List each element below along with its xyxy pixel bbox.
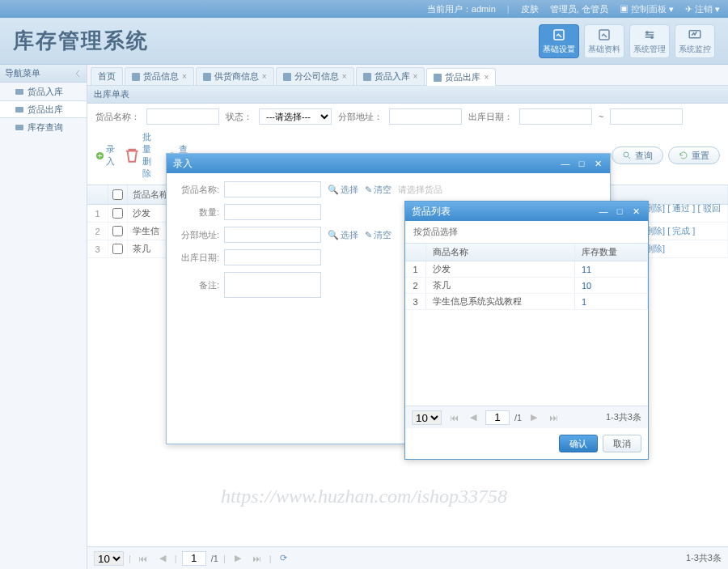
row-ops[interactable]: [删除] [ 通过 ] [ 驳回 ] (642, 202, 722, 224)
entry-addr-input[interactable] (224, 227, 321, 243)
refresh-icon (679, 151, 688, 160)
entry-qty-input[interactable] (224, 204, 321, 220)
row-ops[interactable]: [删除] [ 完成 ] (642, 225, 695, 237)
search-icon (622, 151, 632, 160)
filter-date-from[interactable] (519, 108, 592, 125)
add-button[interactable]: 录入 (95, 131, 115, 180)
nav-item-outbound[interactable]: 货品出库 (0, 100, 87, 118)
prev-page-button[interactable]: ◀ (155, 551, 170, 566)
pager-summary: 1-3共3条 (606, 411, 641, 423)
dialog-subtitle: 按货品选择 (405, 221, 648, 243)
select-link[interactable]: 🔍 选择 (328, 184, 358, 196)
svg-rect-9 (203, 73, 211, 81)
filter-name-label: 货品名称： (95, 111, 140, 123)
close-icon[interactable]: ✕ (630, 206, 641, 217)
last-page-button[interactable]: ⏭ (546, 410, 561, 425)
list-item[interactable]: 2茶几10 (405, 278, 648, 294)
ok-button[interactable]: 确认 (559, 435, 598, 452)
svg-rect-8 (132, 73, 140, 81)
page-input[interactable] (485, 410, 510, 425)
dialog-title-bar[interactable]: 货品列表 — □ ✕ (405, 202, 648, 221)
batch-delete-button[interactable]: 批量删除 (123, 131, 160, 180)
first-page-button[interactable]: ⏮ (136, 551, 150, 566)
last-page-button[interactable]: ⏭ (250, 551, 265, 566)
close-icon[interactable]: × (342, 72, 347, 81)
svg-rect-5 (15, 89, 23, 95)
minimize-icon[interactable]: — (598, 206, 609, 217)
prev-page-button[interactable]: ◀ (466, 410, 480, 425)
svg-rect-7 (15, 125, 23, 130)
filter-status-label: 状态： (226, 111, 252, 123)
dialog-title-bar[interactable]: 录入 — □ ✕ (167, 154, 610, 173)
tool-base-settings[interactable]: 基础设置 (539, 24, 579, 58)
minimize-icon[interactable]: — (560, 158, 571, 169)
close-icon[interactable]: × (182, 72, 187, 81)
next-page-button[interactable]: ▶ (527, 410, 541, 425)
reset-button[interactable]: 重置 (668, 146, 720, 164)
close-icon[interactable]: × (262, 72, 267, 81)
skin-link[interactable]: 皮肤 (521, 3, 539, 15)
welcome-text: 当前用户：admin (427, 3, 496, 15)
panel-title: 出库单表 (87, 86, 728, 104)
filter-bar: 货品名称： 状态： ---请选择--- 分部地址： 出库日期： ~ (87, 104, 728, 130)
pager-summary: 1-3共3条 (686, 552, 722, 564)
svg-rect-11 (363, 73, 371, 81)
tab-outbound[interactable]: 货品出库× (426, 68, 496, 86)
select-link[interactable]: 🔍 选择 (328, 229, 358, 241)
entry-name-input[interactable] (224, 181, 321, 197)
filter-addr-label: 分部地址： (338, 111, 383, 123)
nav-title: 导航菜单 (0, 65, 87, 83)
page-input[interactable] (182, 551, 206, 566)
header-tools: 基础设置 基础资料 系统管理 系统监控 (539, 24, 715, 58)
list-item[interactable]: 3学生信息系统实战教程1 (405, 294, 648, 310)
cancel-button[interactable]: 取消 (603, 435, 641, 452)
nav-item-inbound[interactable]: 货品入库 (0, 83, 87, 100)
top-bar: 当前用户：admin | 皮肤 管理员, 仓管员 ▣ 控制面板 ▾ ✈ 注销 ▾ (0, 0, 728, 18)
filter-date-to[interactable] (610, 108, 683, 125)
close-icon[interactable]: × (413, 72, 418, 81)
goods-list-dialog: 货品列表 — □ ✕ 按货品选择 商品名称 库存数量 1沙发11 2茶几10 3… (404, 201, 649, 460)
tab-supplier-info[interactable]: 供货商信息× (196, 67, 274, 85)
filter-addr-input[interactable] (389, 108, 462, 125)
collapse-icon[interactable] (74, 70, 82, 78)
clear-link[interactable]: ✎ 清空 (365, 229, 392, 241)
page-size-select[interactable]: 10 (94, 551, 124, 566)
maximize-icon[interactable]: □ (576, 158, 587, 169)
refresh-button[interactable]: ⟳ (277, 551, 291, 566)
tool-sys-monitor[interactable]: 系统监控 (675, 24, 715, 58)
filter-name-input[interactable] (146, 108, 219, 125)
pick-hint: 请选择货品 (398, 184, 442, 196)
page-size-select[interactable]: 10 (412, 410, 442, 425)
tab-goods-info[interactable]: 货品信息× (125, 67, 194, 85)
tool-sys-manage[interactable]: 系统管理 (629, 24, 670, 58)
logout-link[interactable]: ✈ 注销 ▾ (685, 3, 720, 15)
select-all-checkbox[interactable] (112, 189, 123, 200)
svg-point-3 (651, 36, 653, 37)
svg-rect-6 (15, 107, 23, 113)
tab-home[interactable]: 首页 (91, 67, 123, 85)
tab-inbound[interactable]: 货品入库× (356, 67, 425, 85)
plus-icon (95, 151, 104, 160)
tool-base-data[interactable]: 基础资料 (584, 24, 624, 58)
clear-link[interactable]: ✎ 清空 (365, 184, 392, 196)
close-icon[interactable]: ✕ (592, 158, 603, 169)
next-page-button[interactable]: ▶ (231, 551, 245, 566)
tab-branch-info[interactable]: 分公司信息× (276, 67, 354, 85)
row-checkbox[interactable] (112, 244, 123, 254)
tab-bar: 首页 货品信息× 供货商信息× 分公司信息× 货品入库× 货品出库× (87, 65, 728, 86)
search-button[interactable]: 查询 (612, 146, 663, 164)
entry-remark-input[interactable] (224, 272, 321, 298)
first-page-button[interactable]: ⏮ (447, 410, 461, 425)
row-checkbox[interactable] (112, 226, 123, 236)
row-checkbox[interactable] (112, 208, 123, 219)
maximize-icon[interactable]: □ (614, 206, 625, 217)
nav-item-stock-query[interactable]: 库存查询 (0, 118, 87, 136)
close-icon[interactable]: × (484, 73, 489, 82)
list-item[interactable]: 1沙发11 (405, 261, 648, 278)
entry-date-input[interactable] (224, 249, 321, 265)
svg-rect-10 (283, 73, 291, 81)
filter-status-select[interactable]: ---请选择--- (259, 108, 332, 125)
dashboard-link[interactable]: ▣ 控制面板 ▾ (620, 3, 674, 15)
goods-mini-grid: 商品名称 库存数量 1沙发11 2茶几10 3学生信息系统实战教程1 10 ⏮ … (405, 243, 648, 428)
trash-icon (123, 146, 141, 164)
